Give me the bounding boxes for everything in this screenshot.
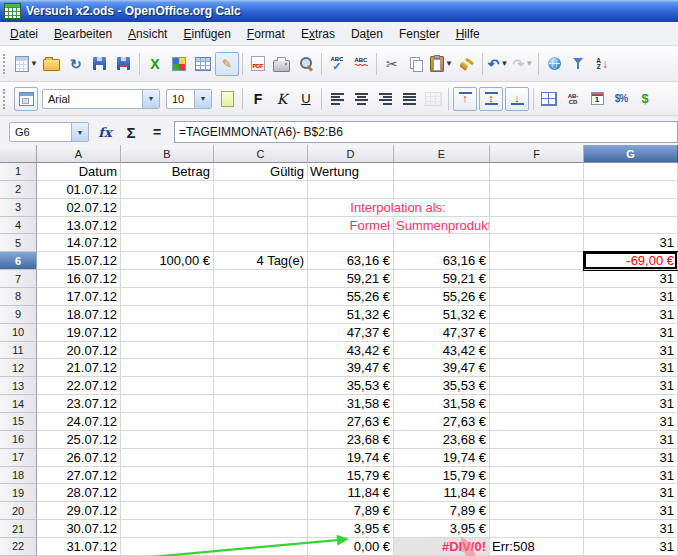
row-header-9[interactable]: 9	[0, 306, 37, 324]
name-box-dropdown-icon[interactable]: ▼	[71, 123, 88, 141]
cell-B18[interactable]	[121, 467, 214, 485]
row-header-1[interactable]: 1	[0, 163, 37, 181]
cell-E14[interactable]: 31,58 €	[394, 395, 490, 413]
cut-button[interactable]: ✂	[380, 52, 404, 76]
cell-A19[interactable]: 28.07.12	[37, 484, 121, 502]
cell-G9[interactable]: 31	[584, 306, 678, 324]
styles-button[interactable]	[14, 87, 38, 111]
cell-G5[interactable]: 31	[584, 234, 678, 252]
cell-C8[interactable]	[214, 288, 308, 306]
cell-E15[interactable]: 27,63 €	[394, 413, 490, 431]
row-header-13[interactable]: 13	[0, 377, 37, 395]
cell-B13[interactable]	[121, 377, 214, 395]
cell-E9[interactable]: 51,32 €	[394, 306, 490, 324]
column-header-B[interactable]: B	[121, 145, 214, 163]
cell-A3[interactable]: 02.07.12	[37, 199, 121, 217]
cell-E20[interactable]: 7,89 €	[394, 502, 490, 520]
cell-A17[interactable]: 26.07.12	[37, 449, 121, 467]
row-header-14[interactable]: 14	[0, 395, 37, 413]
cell-C18[interactable]	[214, 467, 308, 485]
cell-D18[interactable]: 15,79 €	[308, 467, 394, 485]
align-right-button[interactable]	[373, 87, 397, 111]
valign-middle-button[interactable]: ↕	[479, 87, 503, 111]
menu-hilfe[interactable]: Hilfe	[448, 24, 488, 44]
cell-F10[interactable]	[490, 324, 584, 342]
sheet-corner[interactable]	[0, 145, 37, 163]
row-header-8[interactable]: 8	[0, 288, 37, 306]
cell-F22[interactable]: Err:508	[490, 538, 584, 556]
align-center-button[interactable]	[349, 87, 373, 111]
cell-A1[interactable]: Datum	[37, 163, 121, 181]
cell-A13[interactable]: 22.07.12	[37, 377, 121, 395]
cell-D7[interactable]: 59,21 €	[308, 270, 394, 288]
function-wizard-button[interactable]: fx	[92, 120, 118, 144]
menu-datei[interactable]: Datei	[2, 24, 46, 44]
cell-C6[interactable]: 4 Tag(e)	[214, 252, 308, 270]
cell-C17[interactable]	[214, 449, 308, 467]
underline-button[interactable]: U	[294, 87, 318, 111]
cell-C13[interactable]	[214, 377, 308, 395]
column-header-C[interactable]: C	[214, 145, 308, 163]
menu-ansicht[interactable]: Ansicht	[120, 24, 175, 44]
font-name-combo[interactable]: Arial▼	[42, 89, 160, 109]
cell-F2[interactable]	[490, 181, 584, 199]
cell-F12[interactable]	[490, 359, 584, 377]
menu-fenster[interactable]: Fenster	[391, 24, 448, 44]
cell-F8[interactable]	[490, 288, 584, 306]
edit-file-button[interactable]: ✎	[215, 52, 239, 76]
cell-B4[interactable]	[121, 217, 214, 235]
sort-ascending-button[interactable]: A Z↓	[590, 52, 614, 76]
abcd-button[interactable]: AB- CD	[561, 87, 585, 111]
sum-button[interactable]: Σ	[118, 120, 144, 144]
cell-D1[interactable]: Wertung	[308, 163, 394, 181]
cell-B11[interactable]	[121, 342, 214, 360]
cell-C20[interactable]	[214, 502, 308, 520]
reload-button[interactable]: ↻	[64, 52, 88, 76]
print-button[interactable]	[270, 52, 294, 76]
cell-B16[interactable]	[121, 431, 214, 449]
cell-C19[interactable]	[214, 484, 308, 502]
font-name-dropdown-icon[interactable]: ▼	[142, 90, 159, 108]
cell-E2[interactable]	[394, 181, 490, 199]
cell-C2[interactable]	[214, 181, 308, 199]
row-header-11[interactable]: 11	[0, 342, 37, 360]
cell-G18[interactable]: 31	[584, 467, 678, 485]
cell-B15[interactable]	[121, 413, 214, 431]
cell-G1[interactable]	[584, 163, 678, 181]
row-header-21[interactable]: 21	[0, 520, 37, 538]
cell-B20[interactable]	[121, 502, 214, 520]
cell-C22[interactable]	[214, 538, 308, 556]
column-header-F[interactable]: F	[490, 145, 584, 163]
cell-G10[interactable]: 31	[584, 324, 678, 342]
cell-F21[interactable]	[490, 520, 584, 538]
cell-D13[interactable]: 35,53 €	[308, 377, 394, 395]
cell-A18[interactable]: 27.07.12	[37, 467, 121, 485]
cell-D20[interactable]: 7,89 €	[308, 502, 394, 520]
cell-A6[interactable]: 15.07.12	[37, 252, 121, 270]
cell-C21[interactable]	[214, 520, 308, 538]
cell-E22[interactable]: #DIV/0!	[394, 538, 490, 556]
cell-F11[interactable]	[490, 342, 584, 360]
insert-table-button[interactable]	[191, 52, 215, 76]
cell-D17[interactable]: 19,74 €	[308, 449, 394, 467]
cell-B22[interactable]	[121, 538, 214, 556]
column-header-G[interactable]: G	[584, 145, 678, 163]
cell-A20[interactable]: 29.07.12	[37, 502, 121, 520]
cell-B8[interactable]	[121, 288, 214, 306]
cell-A4[interactable]: 13.07.12	[37, 217, 121, 235]
cell-F20[interactable]	[490, 502, 584, 520]
cell-E19[interactable]: 11,84 €	[394, 484, 490, 502]
cell-D14[interactable]: 31,58 €	[308, 395, 394, 413]
cell-E17[interactable]: 19,74 €	[394, 449, 490, 467]
cell-A15[interactable]: 24.07.12	[37, 413, 121, 431]
cell-G13[interactable]: 31	[584, 377, 678, 395]
pdf-export-button[interactable]: PDF	[246, 52, 270, 76]
dropdown-caret-icon[interactable]: ▼	[30, 59, 38, 68]
toolbar-grip[interactable]	[3, 54, 8, 74]
cell-D2[interactable]	[308, 181, 394, 199]
cell-C7[interactable]	[214, 270, 308, 288]
cell-G17[interactable]: 31	[584, 449, 678, 467]
column-header-E[interactable]: E	[394, 145, 490, 163]
cell-E13[interactable]: 35,53 €	[394, 377, 490, 395]
cell-G14[interactable]: 31	[584, 395, 678, 413]
